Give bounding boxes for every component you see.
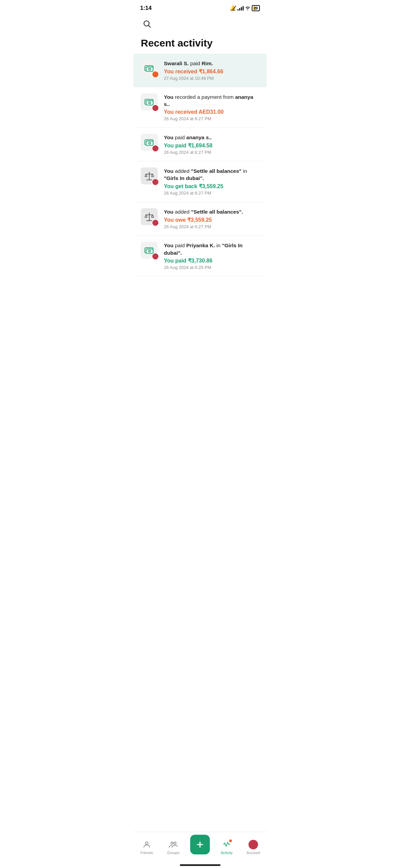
activity-item[interactable]: You added "Settle all balances". You owe… [133,202,267,236]
activity-icon-wrapper [141,134,159,152]
activity-content: You recorded a payment from ananya s.. Y… [164,93,259,121]
activity-title: Swarali S. paid Rim. [164,60,259,67]
svg-line-1 [149,25,151,28]
activity-amount: You paid ₹3,730.86 [164,257,259,264]
svg-rect-9 [146,141,153,145]
activity-item[interactable]: You paid ananya s.. You paid ₹1,694.58 2… [133,128,267,161]
activity-icon-wrapper [141,167,159,186]
battery-icon: 29 [252,5,260,11]
activity-date: 26 Aug 2024 at 6:27 PM [164,116,259,121]
wifi-icon [245,5,250,11]
activity-content: You added "Settle all balances". You owe… [164,208,259,229]
activity-title: You added "Settle all balances" in "Girl… [164,167,259,182]
activity-title: You recorded a payment from ananya s.. [164,93,259,108]
activity-amount: You received AED31.00 [164,109,259,115]
activity-date: 26 Aug 2024 at 6:27 PM [164,150,259,155]
activity-icon-wrapper [141,93,159,112]
activity-title: You added "Settle all balances". [164,208,259,216]
svg-point-0 [144,21,149,26]
mute-icon: 🔔̸ [230,5,236,11]
search-button[interactable] [141,18,153,30]
activity-title: You paid Priyanka K. in "Girls In dubai"… [164,242,259,256]
status-bar: 1:14 🔔̸ 29 [133,0,267,14]
user-badge [152,253,159,260]
activity-item[interactable]: You recorded a payment from ananya s.. Y… [133,87,267,128]
user-badge [152,145,159,152]
svg-rect-6 [146,101,153,105]
user-badge [152,219,159,227]
activity-date: 26 Aug 2024 at 6:27 PM [164,224,259,229]
activity-amount: You get back ₹3,559.25 [164,183,259,189]
user-badge [152,71,159,78]
search-area [133,14,267,31]
activity-icon-wrapper [141,60,159,78]
svg-rect-20 [146,249,153,253]
activity-item[interactable]: Swarali S. paid Rim. You received ₹1,864… [133,54,267,87]
activity-content: Swarali S. paid Rim. You received ₹1,864… [164,60,259,81]
activity-item[interactable]: You paid Priyanka K. in "Girls In dubai"… [133,236,267,276]
signal-icon [237,6,244,11]
activity-content: You paid ananya s.. You paid ₹1,694.58 2… [164,134,259,155]
activity-title: You paid ananya s.. [164,134,259,141]
activity-icon-wrapper [141,242,159,260]
activity-amount: You paid ₹1,694.58 [164,142,259,149]
activity-content: You added "Settle all balances" in "Girl… [164,167,259,196]
activity-date: 26 Aug 2024 at 6:25 PM [164,265,259,270]
activity-amount: You owe ₹3,559.25 [164,217,259,223]
activity-item[interactable]: You added "Settle all balances" in "Girl… [133,161,267,202]
activity-amount: You received ₹1,864.66 [164,68,259,75]
status-time: 1:14 [140,5,152,12]
activity-list: Swarali S. paid Rim. You received ₹1,864… [133,54,267,276]
user-badge [152,104,159,112]
activity-date: 27 Aug 2024 at 10:49 PM [164,76,259,81]
activity-content: You paid Priyanka K. in "Girls In dubai"… [164,242,259,270]
activity-date: 26 Aug 2024 at 6:27 PM [164,191,259,196]
activity-icon-wrapper [141,208,159,227]
svg-rect-3 [146,67,153,71]
page-title: Recent activity [133,31,267,54]
user-badge [152,178,159,186]
